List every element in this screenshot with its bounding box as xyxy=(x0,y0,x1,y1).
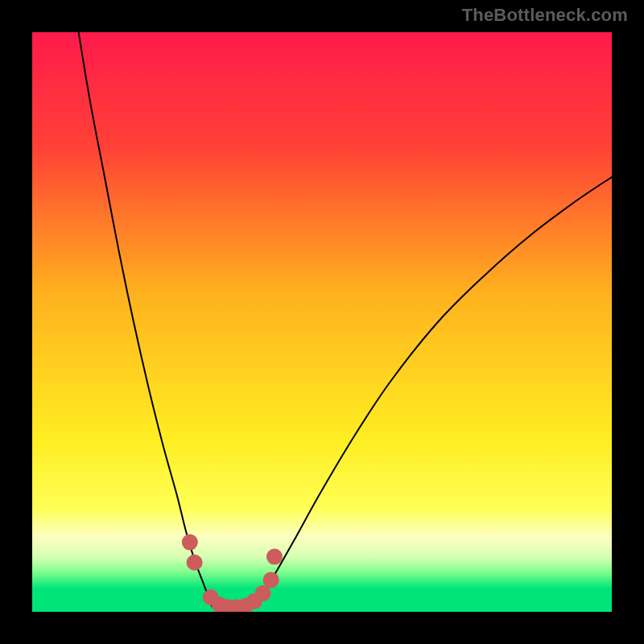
watermark-text: TheBottleneck.com xyxy=(462,5,628,26)
curve-layer xyxy=(32,32,612,612)
valley-dot xyxy=(187,555,203,571)
valley-dot xyxy=(266,549,283,565)
chart-frame: TheBottleneck.com xyxy=(0,0,644,644)
curve-right-branch xyxy=(255,177,612,606)
valley-dots-group xyxy=(182,535,283,612)
valley-dot xyxy=(263,572,279,588)
valley-dot xyxy=(182,535,198,551)
valley-dot xyxy=(255,585,271,601)
curve-left-branch xyxy=(79,32,213,606)
plot-area xyxy=(32,32,612,612)
